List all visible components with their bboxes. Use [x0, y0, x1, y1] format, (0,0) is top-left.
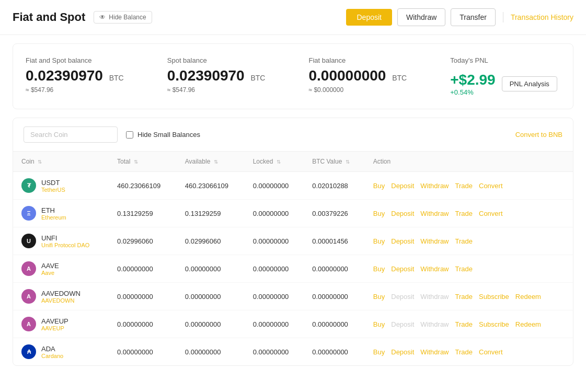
action-buy-link[interactable]: Buy	[373, 265, 385, 273]
hide-balance-button[interactable]: 👁 Hide Balance	[94, 11, 152, 24]
locked-cell: 0.00000000	[245, 227, 304, 255]
page-title: Fiat and Spot	[13, 10, 85, 24]
col-action: Action	[365, 152, 573, 172]
btc-value-cell: 0.00000000	[304, 310, 365, 338]
action-buy-link[interactable]: Buy	[373, 320, 385, 328]
table-row: Ξ ETH Ethereum 0.131292590.131292590.000…	[13, 200, 573, 227]
action-deposit-link[interactable]: Deposit	[391, 210, 414, 217]
available-cell: 0.00000000	[177, 283, 245, 310]
convert-bnb-link[interactable]: Convert to BNB	[515, 131, 562, 139]
total-cell: 460.23066109	[109, 172, 177, 200]
withdraw-button[interactable]: Withdraw	[397, 8, 445, 26]
action-deposit-link[interactable]: Deposit	[391, 237, 414, 245]
coin-name-link[interactable]: AAVEUP	[41, 325, 68, 331]
action-trade-link[interactable]: Trade	[455, 182, 473, 190]
action-trade-link[interactable]: Trade	[455, 348, 473, 356]
coin-table: Coin ⇅ Total ⇅ Available ⇅ Locked ⇅	[13, 152, 573, 365]
action-deposit-link[interactable]: Deposit	[391, 265, 414, 273]
spot-balance-amount: 0.02390970 BTC	[167, 67, 278, 84]
coin-cell: A AAVEDOWN AAVEDOWN	[13, 283, 109, 310]
action-withdraw-link: Withdraw	[420, 320, 449, 328]
coin-cell: Ξ ETH Ethereum	[13, 200, 109, 227]
coin-name-link[interactable]: Ethereum	[41, 214, 66, 221]
pnl-percent: +0.54%	[450, 88, 495, 96]
pnl-analysis-button[interactable]: PNL Analysis	[502, 76, 557, 91]
coin-name-link[interactable]: TetherUS	[41, 187, 65, 193]
coin-icon-ada: ₳	[21, 344, 36, 359]
col-locked: Locked ⇅	[245, 152, 304, 172]
hide-small-balances-label[interactable]: Hide Small Balances	[126, 131, 200, 139]
action-withdraw-link[interactable]: Withdraw	[420, 210, 449, 217]
coin-cell: A AAVEUP AAVEUP	[13, 310, 109, 338]
table-row: ₳ ADA Cardano 0.000000000.000000000.0000…	[13, 338, 573, 366]
action-withdraw-link[interactable]: Withdraw	[420, 265, 449, 273]
action-trade-link[interactable]: Trade	[455, 320, 473, 328]
total-cell: 0.02996060	[109, 227, 177, 255]
coin-symbol: ETH	[41, 206, 66, 214]
btc-value-sort-icon[interactable]: ⇅	[346, 159, 350, 165]
coin-symbol: USDT	[41, 179, 65, 187]
action-withdraw-link[interactable]: Withdraw	[420, 348, 449, 356]
pnl-section: Today's PNL +$2.99 +0.54% PNL Analysis	[450, 56, 560, 96]
action-withdraw-link[interactable]: Withdraw	[420, 237, 449, 245]
spot-balance: Spot balance 0.02390970 BTC ≈ $547.96	[167, 56, 278, 94]
action-cell: BuyDepositWithdrawTrade	[365, 227, 573, 255]
table-row: A AAVEUP AAVEUP 0.000000000.000000000.00…	[13, 310, 573, 338]
search-input[interactable]	[24, 126, 118, 143]
action-cell: BuyDepositWithdrawTradeConvert	[365, 172, 573, 200]
action-trade-link[interactable]: Trade	[455, 237, 473, 245]
col-btc-value: BTC Value ⇅	[304, 152, 365, 172]
action-convert-link[interactable]: Convert	[479, 348, 503, 356]
coin-name-link[interactable]: Unifi Protocol DAO	[41, 242, 89, 248]
action-convert-link[interactable]: Convert	[479, 182, 503, 190]
transfer-button[interactable]: Transfer	[451, 8, 496, 26]
fiat-spot-balance: Fiat and Spot balance 0.02390970 BTC ≈ $…	[26, 56, 136, 94]
transaction-history-link[interactable]: Transaction History	[511, 13, 573, 21]
coin-sort-icon[interactable]: ⇅	[38, 159, 42, 165]
pnl-label: Today's PNL	[450, 56, 560, 64]
action-buy-link[interactable]: Buy	[373, 210, 385, 217]
action-cell: BuyDepositWithdrawTradeConvert	[365, 200, 573, 227]
action-buy-link[interactable]: Buy	[373, 293, 385, 301]
action-convert-link[interactable]: Convert	[479, 210, 503, 217]
hide-small-balances-checkbox[interactable]	[126, 131, 133, 139]
coin-name-link[interactable]: Aave	[41, 270, 59, 276]
action-trade-link[interactable]: Trade	[455, 210, 473, 217]
action-buy-link[interactable]: Buy	[373, 237, 385, 245]
action-redeem-link[interactable]: Redeem	[515, 293, 541, 301]
action-deposit-link[interactable]: Deposit	[391, 182, 414, 190]
action-redeem-link[interactable]: Redeem	[515, 320, 541, 328]
total-cell: 0.00000000	[109, 338, 177, 366]
action-deposit-link: Deposit	[391, 293, 414, 301]
deposit-button[interactable]: Deposit	[346, 9, 392, 26]
coin-icon-unfi: U	[21, 234, 36, 248]
action-buy-link[interactable]: Buy	[373, 182, 385, 190]
locked-sort-icon[interactable]: ⇅	[277, 159, 281, 165]
locked-cell: 0.00000000	[245, 283, 304, 310]
btc-value-cell: 0.02010288	[304, 172, 365, 200]
action-cell: BuyDepositWithdrawTrade	[365, 255, 573, 283]
action-buy-link[interactable]: Buy	[373, 348, 385, 356]
coin-cell: ₳ ADA Cardano	[13, 338, 109, 366]
action-cell: BuyDepositWithdrawTradeSubscribeRedeem	[365, 310, 573, 338]
available-sort-icon[interactable]: ⇅	[214, 159, 218, 165]
available-cell: 0.00000000	[177, 255, 245, 283]
action-trade-link[interactable]: Trade	[455, 293, 473, 301]
action-withdraw-link[interactable]: Withdraw	[420, 182, 449, 190]
fiat-balance-usd: ≈ $0.000000	[309, 86, 419, 94]
action-subscribe-link[interactable]: Subscribe	[479, 293, 509, 301]
coin-icon-aavedown: A	[21, 289, 36, 304]
coin-name-link[interactable]: Cardano	[41, 353, 63, 359]
coin-name-link[interactable]: AAVEDOWN	[41, 297, 81, 304]
coin-icon-eth: Ξ	[21, 206, 36, 221]
action-trade-link[interactable]: Trade	[455, 265, 473, 273]
total-sort-icon[interactable]: ⇅	[134, 159, 138, 165]
action-subscribe-link[interactable]: Subscribe	[479, 320, 509, 328]
action-deposit-link: Deposit	[391, 320, 414, 328]
action-deposit-link[interactable]: Deposit	[391, 348, 414, 356]
col-available: Available ⇅	[177, 152, 245, 172]
action-cell: BuyDepositWithdrawTradeSubscribeRedeem	[365, 283, 573, 310]
available-cell: 0.13129259	[177, 200, 245, 227]
fiat-spot-balance-amount: 0.02390970 BTC	[26, 67, 136, 84]
balance-section: Fiat and Spot balance 0.02390970 BTC ≈ $…	[13, 43, 573, 109]
